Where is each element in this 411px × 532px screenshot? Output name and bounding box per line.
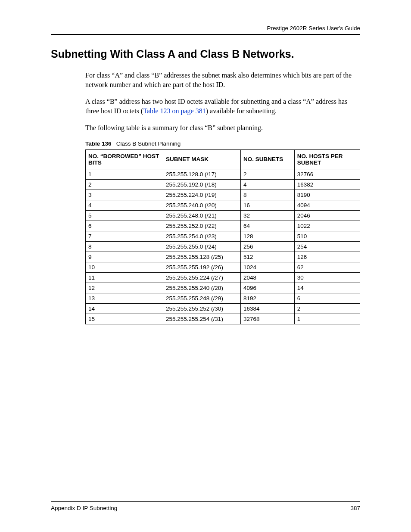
table-row: 8255.255.255.0 (/24)256254 [86,241,360,252]
cell-mask: 255.255.255.240 (/28) [163,283,241,293]
cell-subnets: 128 [241,231,295,241]
paragraph-1: For class “A” and class “B” addresses th… [85,71,360,89]
table-row: 6255.255.252.0 (/22)641022 [86,221,360,231]
cell-bits: 6 [86,221,163,231]
th-borrowed-bits: NO. “BORROWED” HOST BITS [86,149,163,169]
table-row: 13255.255.255.248 (/29)81926 [86,293,360,303]
section-title: Subnetting With Class A and Class B Netw… [51,48,360,60]
cell-subnets: 4096 [241,283,295,293]
cell-mask: 255.255.248.0 (/21) [163,210,241,221]
cell-hosts: 2046 [294,210,360,221]
paragraph-2b: ) available for subnetting. [206,107,277,115]
cell-subnets: 32768 [241,314,295,324]
cell-mask: 255.255.224.0 (/19) [163,190,241,200]
cell-subnets: 4 [241,179,295,190]
footer-rule [51,501,360,502]
running-head: Prestige 2602R Series User's Guide [51,25,360,34]
cell-subnets: 256 [241,241,295,252]
th-no-subnets: NO. SUBNETS [241,149,295,169]
xref-table-123[interactable]: Table 123 on page 381 [143,107,206,115]
cell-hosts: 1 [294,314,360,324]
cell-mask: 255.255.128.0 (/17) [163,169,241,179]
cell-bits: 13 [86,293,163,303]
cell-mask: 255.255.240.0 (/20) [163,200,241,210]
table-header-row: NO. “BORROWED” HOST BITS SUBNET MASK NO.… [86,149,360,169]
cell-hosts: 16382 [294,179,360,190]
cell-hosts: 62 [294,262,360,272]
table-row: 9255.255.255.128 (/25)512126 [86,252,360,262]
cell-bits: 5 [86,210,163,221]
table-row: 5255.255.248.0 (/21)322046 [86,210,360,221]
cell-bits: 15 [86,314,163,324]
header-rule [51,34,360,35]
cell-mask: 255.255.255.248 (/29) [163,293,241,303]
table-row: 15255.255.255.254 (/31)327681 [86,314,360,324]
cell-subnets: 512 [241,252,295,262]
cell-bits: 12 [86,283,163,293]
cell-hosts: 4094 [294,200,360,210]
cell-hosts: 8190 [294,190,360,200]
cell-subnets: 2 [241,169,295,179]
cell-bits: 7 [86,231,163,241]
th-hosts-per: NO. HOSTS PER SUBNET [294,149,360,169]
cell-subnets: 1024 [241,262,295,272]
cell-bits: 8 [86,241,163,252]
cell-subnets: 8192 [241,293,295,303]
cell-mask: 255.255.255.128 (/25) [163,252,241,262]
cell-bits: 2 [86,179,163,190]
table-row: 10255.255.255.192 (/26)102462 [86,262,360,272]
cell-subnets: 8 [241,190,295,200]
cell-bits: 10 [86,262,163,272]
cell-subnets: 64 [241,221,295,231]
cell-bits: 1 [86,169,163,179]
cell-hosts: 126 [294,252,360,262]
cell-hosts: 32766 [294,169,360,179]
cell-hosts: 1022 [294,221,360,231]
footer-page: 387 [350,505,360,511]
table-row: 12255.255.255.240 (/28)409614 [86,283,360,293]
cell-hosts: 254 [294,241,360,252]
cell-bits: 4 [86,200,163,210]
footer: Appendix D IP Subnetting 387 [51,501,360,511]
cell-subnets: 32 [241,210,295,221]
table-row: 7255.255.254.0 (/23)128510 [86,231,360,241]
cell-bits: 9 [86,252,163,262]
cell-hosts: 6 [294,293,360,303]
cell-bits: 14 [86,303,163,314]
table-row: 4255.255.240.0 (/20)164094 [86,200,360,210]
table-caption-label: Table 136 [85,140,112,147]
table-row: 1255.255.128.0 (/17)232766 [86,169,360,179]
cell-mask: 255.255.255.252 (/30) [163,303,241,314]
footer-section: Appendix D IP Subnetting [51,505,117,511]
table-caption: Table 136 Class B Subnet Planning [85,140,360,147]
cell-mask: 255.255.255.0 (/24) [163,241,241,252]
subnet-table: NO. “BORROWED” HOST BITS SUBNET MASK NO.… [85,149,360,324]
paragraph-2: A class “B” address has two host ID octe… [85,97,360,115]
cell-bits: 3 [86,190,163,200]
table-row: 14255.255.255.252 (/30)163842 [86,303,360,314]
cell-mask: 255.255.254.0 (/23) [163,231,241,241]
cell-hosts: 30 [294,272,360,283]
cell-mask: 255.255.192.0 (/18) [163,179,241,190]
table-caption-text: Class B Subnet Planning [116,140,181,147]
cell-mask: 255.255.255.224 (/27) [163,272,241,283]
cell-subnets: 16 [241,200,295,210]
table-row: 3255.255.224.0 (/19)88190 [86,190,360,200]
body-text: For class “A” and class “B” addresses th… [85,71,360,133]
cell-hosts: 14 [294,283,360,293]
cell-mask: 255.255.255.192 (/26) [163,262,241,272]
th-subnet-mask: SUBNET MASK [163,149,241,169]
cell-hosts: 2 [294,303,360,314]
cell-mask: 255.255.255.254 (/31) [163,314,241,324]
cell-mask: 255.255.252.0 (/22) [163,221,241,231]
cell-bits: 11 [86,272,163,283]
table-row: 2255.255.192.0 (/18)416382 [86,179,360,190]
cell-subnets: 2048 [241,272,295,283]
page: Prestige 2602R Series User's Guide Subne… [0,0,411,324]
cell-hosts: 510 [294,231,360,241]
table-row: 11255.255.255.224 (/27)204830 [86,272,360,283]
cell-subnets: 16384 [241,303,295,314]
paragraph-3: The following table is a summary for cla… [85,123,360,133]
